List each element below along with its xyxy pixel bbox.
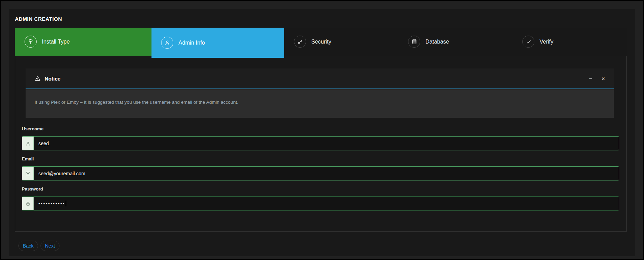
step-label: Verify	[540, 39, 553, 45]
page-background: ADMIN CREATION Install Type Admin Info	[1, 1, 643, 259]
back-button[interactable]: Back	[18, 241, 38, 251]
password-input-group[interactable]: •••••••••••	[22, 196, 619, 211]
setup-wizard-card: ADMIN CREATION Install Type Admin Info	[9, 9, 635, 256]
database-icon	[408, 36, 420, 48]
username-field-group: Username	[22, 126, 619, 150]
step-database[interactable]: Database	[398, 28, 513, 56]
password-field-group: Password •••••••••••	[22, 186, 619, 211]
password-masked-value: •••••••••••	[38, 201, 65, 206]
wizard-steps: Install Type Admin Info Security	[15, 28, 627, 56]
step-content-panel: Notice − × If using Plex or Emby – It is…	[15, 56, 627, 232]
close-icon[interactable]: ×	[601, 76, 605, 82]
step-verify[interactable]: Verify	[513, 28, 627, 56]
minimize-button[interactable]: −	[589, 76, 592, 82]
username-input-group	[22, 136, 619, 150]
email-field-group: Email	[22, 156, 619, 180]
wizard-actions: Back Next	[18, 241, 635, 251]
next-button[interactable]: Next	[40, 241, 59, 251]
user-icon	[161, 37, 173, 49]
email-input-group	[22, 166, 619, 180]
step-label: Database	[425, 39, 449, 45]
key-icon	[294, 36, 306, 48]
username-input[interactable]	[34, 137, 619, 150]
email-input[interactable]	[34, 167, 619, 180]
lock-icon	[22, 197, 34, 210]
step-label: Security	[311, 39, 331, 45]
warning-triangle-icon	[35, 75, 41, 82]
envelope-icon	[22, 167, 34, 180]
user-icon	[22, 137, 34, 150]
page-title: ADMIN CREATION	[15, 16, 635, 22]
email-label: Email	[22, 156, 619, 162]
notice-panel: Notice − × If using Plex or Emby – It is…	[26, 68, 614, 118]
notice-body: If using Plex or Emby – It is suggested …	[26, 89, 614, 118]
step-label: Install Type	[42, 39, 70, 45]
notice-header: Notice − ×	[26, 68, 614, 89]
step-install-type[interactable]: Install Type	[15, 28, 151, 56]
text-cursor	[66, 201, 66, 206]
step-label: Admin Info	[178, 40, 205, 46]
password-label: Password	[22, 186, 619, 192]
step-security[interactable]: Security	[284, 28, 398, 56]
notice-title: Notice	[45, 76, 61, 82]
username-label: Username	[22, 126, 619, 132]
check-icon	[522, 36, 534, 48]
step-admin-info[interactable]: Admin Info	[151, 28, 284, 58]
signpost-icon	[25, 36, 37, 48]
password-input[interactable]: •••••••••••	[34, 197, 619, 210]
